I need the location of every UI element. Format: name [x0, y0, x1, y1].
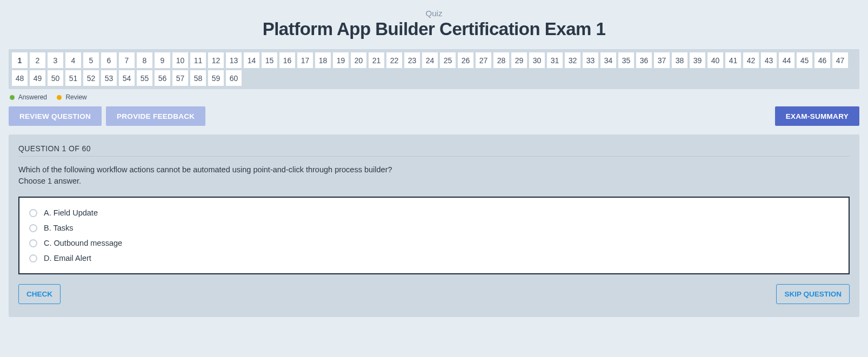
question-text: Which of the following workflow actions …: [18, 164, 850, 187]
radio-icon: [29, 209, 37, 217]
answer-option-c[interactable]: C. Outbound message: [29, 235, 839, 251]
legend: Answered Review: [9, 89, 859, 106]
question-nav-60[interactable]: 60: [226, 70, 242, 86]
question-nav-28[interactable]: 28: [493, 52, 509, 68]
question-nav-15[interactable]: 15: [262, 52, 277, 68]
question-card: QUESTION 1 OF 60 Which of the following …: [9, 134, 859, 317]
question-nav-39[interactable]: 39: [690, 52, 705, 68]
quiz-header: Quiz Platform App Builder Certification …: [9, 9, 859, 39]
answer-label: A. Field Update: [44, 208, 98, 217]
question-nav-50[interactable]: 50: [48, 70, 63, 86]
question-nav-2[interactable]: 2: [30, 52, 45, 68]
legend-review: Review: [57, 93, 87, 101]
skip-question-button[interactable]: SKIP QUESTION: [776, 284, 850, 304]
question-nav-26[interactable]: 26: [458, 52, 473, 68]
exam-summary-button[interactable]: EXAM-SUMMARY: [775, 106, 859, 126]
question-nav-29[interactable]: 29: [511, 52, 527, 68]
question-nav-47[interactable]: 47: [832, 52, 848, 68]
question-nav-41[interactable]: 41: [725, 52, 741, 68]
question-nav-37[interactable]: 37: [654, 52, 670, 68]
question-nav-51[interactable]: 51: [65, 70, 81, 86]
question-nav-57[interactable]: 57: [172, 70, 188, 86]
quiz-title: Platform App Builder Certification Exam …: [9, 19, 859, 39]
question-nav-34[interactable]: 34: [600, 52, 616, 68]
dot-answered-icon: [10, 95, 15, 100]
question-instruction: Choose 1 answer.: [18, 177, 81, 185]
question-nav-9[interactable]: 9: [155, 52, 170, 68]
question-nav-12[interactable]: 12: [208, 52, 224, 68]
question-nav-33[interactable]: 33: [583, 52, 598, 68]
provide-feedback-button[interactable]: PROVIDE FEEDBACK: [106, 106, 205, 126]
answer-label: D. Email Alert: [44, 254, 91, 262]
question-nav-53[interactable]: 53: [101, 70, 117, 86]
check-button[interactable]: CHECK: [18, 284, 61, 304]
question-nav-46[interactable]: 46: [814, 52, 830, 68]
question-nav-18[interactable]: 18: [315, 52, 331, 68]
question-nav-25[interactable]: 25: [440, 52, 456, 68]
question-nav-58[interactable]: 58: [190, 70, 206, 86]
question-nav-30[interactable]: 30: [529, 52, 545, 68]
question-nav-6[interactable]: 6: [101, 52, 117, 68]
question-nav-13[interactable]: 13: [226, 52, 242, 68]
question-nav-35[interactable]: 35: [618, 52, 634, 68]
radio-icon: [29, 239, 37, 247]
answer-label: B. Tasks: [44, 224, 74, 232]
question-nav-52[interactable]: 52: [83, 70, 99, 86]
question-nav-55[interactable]: 55: [137, 70, 152, 86]
question-nav-43[interactable]: 43: [761, 52, 777, 68]
question-nav-5[interactable]: 5: [83, 52, 99, 68]
answer-option-a[interactable]: A. Field Update: [29, 205, 839, 220]
question-nav-3[interactable]: 3: [48, 52, 63, 68]
question-nav-20[interactable]: 20: [351, 52, 366, 68]
question-prompt: Which of the following workflow actions …: [18, 165, 392, 174]
review-question-button[interactable]: REVIEW QUESTION: [9, 106, 102, 126]
legend-answered: Answered: [10, 93, 47, 101]
question-nav-7[interactable]: 7: [119, 52, 135, 68]
question-nav-19[interactable]: 19: [333, 52, 349, 68]
question-nav-17[interactable]: 17: [297, 52, 313, 68]
question-nav-44[interactable]: 44: [779, 52, 794, 68]
question-nav-27[interactable]: 27: [476, 52, 491, 68]
answers-container: A. Field UpdateB. TasksC. Outbound messa…: [18, 197, 850, 274]
answer-option-d[interactable]: D. Email Alert: [29, 251, 839, 266]
question-nav-49[interactable]: 49: [30, 70, 45, 86]
answer-option-b[interactable]: B. Tasks: [29, 220, 839, 235]
action-row: REVIEW QUESTION PROVIDE FEEDBACK EXAM-SU…: [9, 106, 859, 126]
question-nav-31[interactable]: 31: [547, 52, 563, 68]
question-nav-38[interactable]: 38: [672, 52, 687, 68]
question-nav-56[interactable]: 56: [155, 70, 170, 86]
question-nav-59[interactable]: 59: [208, 70, 224, 86]
question-nav-11[interactable]: 11: [190, 52, 206, 68]
question-nav-48[interactable]: 48: [12, 70, 28, 86]
quiz-subtitle: Quiz: [9, 9, 859, 18]
question-nav-22[interactable]: 22: [386, 52, 402, 68]
question-nav-23[interactable]: 23: [404, 52, 420, 68]
legend-answered-label: Answered: [18, 93, 47, 101]
question-nav-1[interactable]: 1: [12, 52, 28, 68]
question-nav-8[interactable]: 8: [137, 52, 152, 68]
question-nav-21[interactable]: 21: [369, 52, 384, 68]
question-nav-16[interactable]: 16: [279, 52, 295, 68]
question-nav-42[interactable]: 42: [743, 52, 759, 68]
dot-review-icon: [57, 95, 62, 100]
radio-icon: [29, 254, 37, 262]
footer-row: CHECK SKIP QUESTION: [18, 284, 850, 304]
question-nav-14[interactable]: 14: [244, 52, 259, 68]
answer-label: C. Outbound message: [44, 239, 122, 247]
question-nav-10[interactable]: 10: [172, 52, 188, 68]
question-nav-strip: 1234567891011121314151617181920212223242…: [9, 49, 859, 89]
radio-icon: [29, 224, 37, 232]
question-nav-4[interactable]: 4: [65, 52, 81, 68]
legend-review-label: Review: [65, 93, 86, 101]
question-nav-45[interactable]: 45: [797, 52, 812, 68]
question-header: QUESTION 1 OF 60: [18, 144, 850, 157]
question-nav-36[interactable]: 36: [636, 52, 652, 68]
question-nav-54[interactable]: 54: [119, 70, 135, 86]
question-nav-32[interactable]: 32: [565, 52, 580, 68]
question-nav-40[interactable]: 40: [707, 52, 723, 68]
question-nav-24[interactable]: 24: [422, 52, 438, 68]
